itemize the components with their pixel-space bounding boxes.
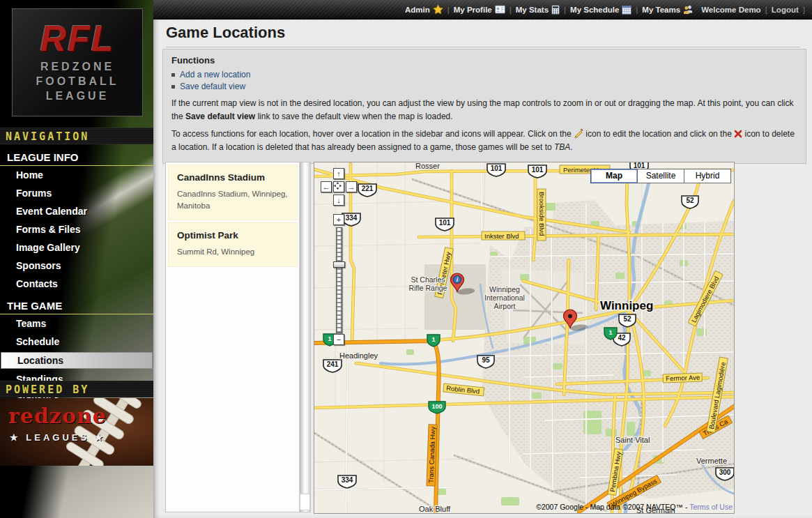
calculator-icon <box>551 5 560 15</box>
sidebar-item-contacts[interactable]: Contacts <box>0 275 153 293</box>
location-item-canadinns[interactable]: CanadInns Stadium CanadInns Stadium, Win… <box>168 165 298 220</box>
navigation-header: NAVIGATION <box>0 128 153 144</box>
location-item-optimist-park[interactable]: Optimist Park Summit Rd, Winnipeg <box>168 222 298 267</box>
svg-text:1: 1 <box>608 329 612 336</box>
map-copyright: ©2007 Google - Map data ©2007 NAVTEQ™ - … <box>492 503 733 511</box>
sidebar-item-sponsors[interactable]: Sponsors <box>0 257 153 275</box>
location-name: CanadInns Stadium <box>177 172 290 183</box>
sidebar-item-home[interactable]: Home <box>0 166 153 184</box>
svg-text:International: International <box>484 294 525 302</box>
powered-by-header: POWERED BY <box>0 381 153 397</box>
svg-text:101: 101 <box>532 166 544 174</box>
svg-text:1: 1 <box>328 335 331 342</box>
functions-links: Add a new location Save default view <box>171 70 797 91</box>
svg-text:Headingley: Headingley <box>339 351 378 360</box>
zoom-slider-track[interactable] <box>336 227 342 333</box>
sidebar-item-schedule[interactable]: Schedule <box>0 333 153 351</box>
svg-text:52: 52 <box>623 315 631 323</box>
zoom-out-button[interactable]: − <box>333 334 344 345</box>
svg-text:Rosser: Rosser <box>415 162 440 170</box>
instructions-paragraph-2: To access functions for each location, h… <box>171 128 797 153</box>
svg-text:1: 1 <box>431 336 435 343</box>
pan-down-button[interactable]: ↓ <box>333 195 344 206</box>
pan-right-button[interactable]: → <box>346 181 357 192</box>
redzone-leagues-sub: ★ LEAGUES ★ <box>10 432 105 443</box>
edit-pencil-icon <box>574 128 583 138</box>
svg-text:Winnipeg: Winnipeg <box>489 285 520 294</box>
save-default-view-link[interactable]: Save default view <box>180 82 245 91</box>
svg-text:334: 334 <box>342 476 353 484</box>
section-league-info: LEAGUE INFO <box>0 144 153 166</box>
topbar: Admin | My Profile | My Stats | My Sched… <box>153 0 812 20</box>
topbar-my-stats[interactable]: My Stats <box>512 5 564 15</box>
topbar-my-teams[interactable]: My Teams <box>638 5 698 15</box>
terms-of-use-link[interactable]: Terms of Use <box>689 503 733 511</box>
profile-card-icon <box>495 5 505 14</box>
sidebar-item-event-calendar[interactable]: Event Calendar <box>0 202 153 220</box>
svg-text:St Charles: St Charles <box>411 275 445 284</box>
zoom-in-button[interactable]: + <box>333 214 344 225</box>
bullet-icon <box>171 73 175 77</box>
calendar-icon <box>622 5 631 15</box>
svg-text:241: 241 <box>327 360 339 368</box>
league-logo: RFL REDZONE FOOTBALL LEAGUE <box>12 8 143 116</box>
sidebar-item-forums[interactable]: Forums <box>0 184 153 202</box>
pan-center-icon <box>334 182 342 190</box>
add-location-link[interactable]: Add a new location <box>180 70 250 79</box>
svg-text:52: 52 <box>686 197 694 204</box>
instructions-paragraph-1: If the current map view is not in the de… <box>171 97 797 123</box>
logout-link[interactable]: Logout <box>772 6 799 14</box>
topbar-my-profile[interactable]: My Profile <box>450 5 510 14</box>
people-icon <box>683 5 694 15</box>
functions-title: Functions <box>171 55 797 66</box>
star-icon <box>433 4 443 15</box>
svg-text:300: 300 <box>719 469 731 476</box>
delete-x-icon <box>734 130 742 138</box>
sidebar-navigation: LEAGUE INFO Home Forums Event Calendar F… <box>0 144 153 406</box>
svg-text:Inkster Blvd: Inkster Blvd <box>484 232 519 240</box>
pan-center-button[interactable] <box>333 181 344 192</box>
functions-box: Functions Add a new location Save defaul… <box>162 49 806 164</box>
svg-text:101: 101 <box>439 219 451 227</box>
svg-text:334: 334 <box>346 214 358 222</box>
topbar-my-schedule[interactable]: My Schedule <box>566 5 636 15</box>
svg-text:42: 42 <box>618 334 626 342</box>
svg-text:Oak Bluff: Oak Bluff <box>419 505 451 513</box>
zoom-slider-handle[interactable] <box>333 261 345 268</box>
svg-text:Winnipeg: Winnipeg <box>600 299 653 312</box>
sidebar: RFL REDZONE FOOTBALL LEAGUE NAVIGATION L… <box>0 0 153 518</box>
topbar-admin[interactable]: Admin <box>401 4 447 15</box>
location-address: CanadInns Stadium, Winnipeg, Manitoba <box>177 188 290 211</box>
redzone-leagues-logo: redzone <box>8 406 107 426</box>
map-type-hybrid-button[interactable]: Hybrid <box>684 169 731 183</box>
svg-text:Rifle Range: Rifle Range <box>409 284 447 292</box>
map-canvas: Perimeter Hwy Perimeter Hwy Inkster Blvd… <box>314 162 734 513</box>
bullet-icon <box>171 85 175 89</box>
svg-text:Airport: Airport <box>494 302 516 310</box>
svg-text:221: 221 <box>362 185 374 192</box>
sidebar-item-locations[interactable]: Locations <box>1 352 153 369</box>
svg-text:Saint Vital: Saint Vital <box>615 436 650 444</box>
svg-text:100: 100 <box>431 403 442 410</box>
pan-left-button[interactable]: ← <box>321 181 332 192</box>
main-content: Game Locations Functions Add a new locat… <box>153 20 812 518</box>
pan-up-button[interactable]: ↑ <box>333 168 344 179</box>
section-the-game: THE GAME <box>0 293 153 314</box>
page-title: Game Locations <box>166 24 800 47</box>
google-map[interactable]: Perimeter Hwy Perimeter Hwy Inkster Blvd… <box>314 162 735 514</box>
svg-text:Fermor Ave: Fermor Ave <box>666 374 700 383</box>
league-logo-acronym: RFL <box>13 17 142 59</box>
svg-text:101: 101 <box>491 165 503 172</box>
sidebar-item-image-gallery[interactable]: Image Gallery <box>0 238 153 257</box>
locations-scrollbar-thumb[interactable] <box>300 494 310 510</box>
location-address: Summit Rd, Winnipeg <box>177 246 290 258</box>
svg-text:Brookside Blvd: Brookside Blvd <box>538 192 546 236</box>
sidebar-item-forms-files[interactable]: Forms & Files <box>0 220 153 238</box>
locations-scrollbar[interactable] <box>299 162 310 512</box>
location-name: Optimist Park <box>177 230 290 241</box>
locations-panel: CanadInns Stadium CanadInns Stadium, Win… <box>165 162 311 512</box>
map-type-map-button[interactable]: Map <box>590 169 638 183</box>
sidebar-item-teams[interactable]: Teams <box>0 314 153 333</box>
map-type-satellite-button[interactable]: Satellite <box>637 169 684 183</box>
welcome-text: Welcome Demo <box>701 6 760 14</box>
